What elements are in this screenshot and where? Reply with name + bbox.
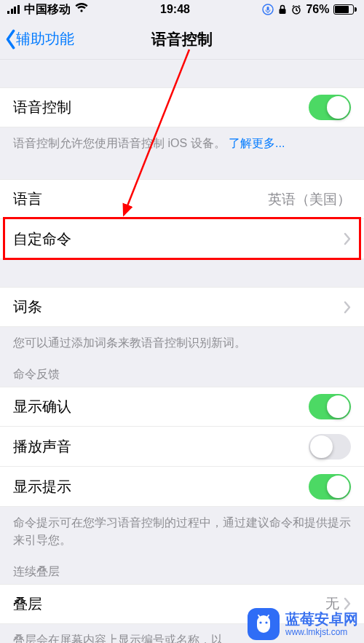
watermark-name: 蓝莓安卓网 [285, 611, 358, 627]
lock-icon [278, 4, 287, 15]
voice-control-toggle[interactable] [309, 95, 351, 120]
svg-rect-2 [280, 9, 286, 14]
back-label: 辅助功能 [16, 29, 74, 49]
back-button[interactable]: 辅助功能 [4, 29, 74, 50]
svg-point-6 [265, 621, 267, 623]
watermark-url: www.lmkjst.com [285, 627, 358, 637]
show-confirmation-row[interactable]: 显示确认 [0, 387, 364, 427]
voice-control-label: 语音控制 [13, 98, 71, 117]
chevron-left-icon [4, 29, 16, 50]
voice-indicator-icon [262, 4, 274, 15]
status-right: 76% [262, 3, 357, 16]
svg-rect-1 [267, 7, 269, 11]
play-sound-row[interactable]: 播放声音 [0, 427, 364, 467]
nav-bar: 辅助功能 语音控制 [0, 19, 364, 60]
battery-percent: 76% [306, 3, 329, 16]
vocabulary-footer: 您可以通过添加词条来教语音控制识别新词。 [0, 327, 364, 351]
show-confirmation-label: 显示确认 [13, 397, 71, 417]
show-hints-toggle[interactable] [309, 474, 351, 500]
battery-icon [333, 4, 357, 15]
page-title: 语音控制 [151, 29, 213, 50]
voice-control-row[interactable]: 语音控制 [0, 87, 364, 127]
voice-control-footer: 语音控制允许您使用语音控制 iOS 设备。 了解更多... [0, 127, 364, 151]
watermark: 蓝莓安卓网 www.lmkjst.com [248, 608, 358, 640]
feedback-footer: 命令提示可在您学习语音控制的过程中，通过建议命令和提供提示来引导您。 [0, 507, 364, 548]
wifi-icon [75, 3, 88, 16]
watermark-logo-icon [248, 608, 280, 640]
play-sound-label: 播放声音 [13, 437, 71, 457]
alarm-icon [291, 4, 301, 15]
show-confirmation-toggle[interactable] [309, 394, 351, 419]
chevron-right-icon [344, 232, 351, 245]
cellular-signal-icon [7, 5, 20, 14]
custom-commands-row[interactable]: 自定命令 [0, 219, 364, 259]
status-left: 中国移动 [7, 2, 88, 17]
chevron-right-icon [344, 301, 351, 314]
status-bar: 中国移动 19:48 76% [0, 0, 364, 19]
learn-more-link[interactable]: 了解更多... [229, 137, 285, 149]
show-hints-row[interactable]: 显示提示 [0, 467, 364, 507]
show-hints-label: 显示提示 [13, 477, 71, 497]
play-sound-toggle[interactable] [309, 434, 351, 459]
vocabulary-row[interactable]: 词条 [0, 287, 364, 327]
custom-commands-label: 自定命令 [13, 229, 71, 249]
feedback-section-header: 命令反馈 [0, 351, 364, 387]
svg-point-5 [259, 621, 261, 623]
carrier-label: 中国移动 [24, 2, 71, 17]
vocabulary-label: 词条 [13, 297, 42, 317]
language-label: 语言 [13, 189, 42, 209]
status-time: 19:48 [160, 3, 190, 16]
overlay-section-header: 连续叠层 [0, 548, 364, 584]
overlay-label: 叠层 [13, 594, 42, 614]
language-row[interactable]: 语言 英语（美国） [0, 179, 364, 219]
language-value: 英语（美国） [268, 190, 351, 209]
